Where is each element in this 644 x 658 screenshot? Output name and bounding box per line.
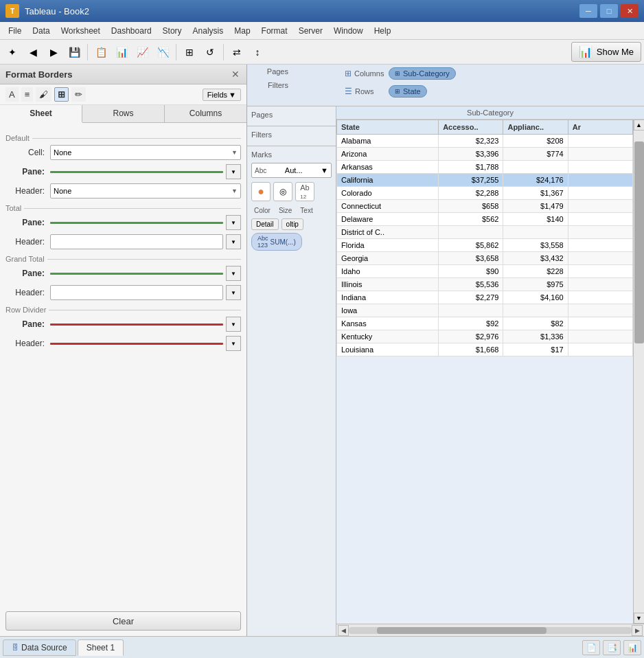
marks-color-btn[interactable]: ● bbox=[251, 182, 271, 201]
columns-pill[interactable]: ⊞ Sub-Category bbox=[389, 67, 456, 80]
table-row: Indiana$2,279$4,160 bbox=[337, 291, 633, 304]
menu-format[interactable]: Format bbox=[256, 25, 293, 37]
marks-color-label: Color bbox=[251, 205, 273, 216]
duplicate-sheet-button[interactable]: 📑 bbox=[603, 640, 621, 655]
toolbar-swap[interactable]: ⇄ bbox=[227, 43, 246, 62]
scroll-thumb[interactable] bbox=[634, 141, 644, 343]
scroll-right-arrow[interactable]: ▶ bbox=[632, 625, 643, 636]
maximize-button[interactable]: □ bbox=[600, 4, 618, 18]
show-me-button[interactable]: 📊 Show Me bbox=[571, 42, 641, 62]
total-section-label: Total bbox=[5, 204, 241, 212]
toolbar-back[interactable]: ◀ bbox=[23, 43, 43, 62]
clear-button[interactable]: Clear bbox=[5, 611, 241, 631]
menu-analysis[interactable]: Analysis bbox=[187, 25, 229, 37]
fields-dropdown[interactable]: Fields ▼ bbox=[203, 89, 241, 101]
table-row: Delaware$562$140 bbox=[337, 213, 633, 226]
cell-appliances bbox=[503, 161, 568, 174]
horizontal-scrollbar[interactable] bbox=[349, 627, 632, 634]
toolbar-save[interactable]: 💾 bbox=[65, 43, 84, 62]
toolbar-connect[interactable]: ⊞ bbox=[180, 43, 199, 62]
cell-accessories: $90 bbox=[439, 265, 503, 278]
cell-appliances: $4,160 bbox=[503, 291, 568, 304]
main-content: Format Borders ✕ A ≡ 🖌 ⊞ ✏ Fields ▼ Shee… bbox=[0, 65, 644, 636]
format-tab-columns[interactable]: Columns bbox=[165, 105, 246, 122]
pill-state-icon: ⊞ bbox=[395, 88, 400, 95]
toolbar-sort[interactable]: ↕ bbox=[248, 43, 267, 62]
menu-window[interactable]: Window bbox=[328, 25, 369, 37]
total-pane-picker[interactable]: ▼ bbox=[226, 215, 241, 230]
format-tab-sheet[interactable]: Sheet bbox=[0, 105, 82, 123]
row-divider-header-control: ▼ bbox=[50, 336, 241, 351]
status-icons: 📄 📑 📊 bbox=[582, 640, 641, 655]
scroll-left-arrow[interactable]: ◀ bbox=[338, 625, 349, 636]
datasource-icon: 🗄 bbox=[12, 644, 19, 651]
toolbar-sep-3 bbox=[223, 44, 224, 60]
status-tab-sheet1[interactable]: Sheet 1 bbox=[78, 639, 124, 656]
scroll-down-arrow[interactable]: ▼ bbox=[634, 613, 645, 624]
toolbar-chart3[interactable]: 📉 bbox=[153, 43, 172, 62]
default-header-row: Header: None ▼ bbox=[5, 183, 241, 198]
format-tab-rows[interactable]: Rows bbox=[82, 105, 165, 122]
scroll-up-arrow[interactable]: ▲ bbox=[634, 120, 645, 131]
total-header-control: ▼ bbox=[50, 234, 241, 249]
default-header-dropdown[interactable]: None ▼ bbox=[50, 183, 241, 198]
table-wrapper: State Accesso.. Applianc.. Ar Alabama$2,… bbox=[336, 120, 644, 624]
grand-total-section-label: Grand Total bbox=[5, 255, 241, 263]
col-header-app: Applianc.. bbox=[503, 120, 568, 135]
default-cell-dropdown[interactable]: None ▼ bbox=[50, 145, 241, 160]
cell-ar bbox=[568, 239, 632, 252]
menu-story[interactable]: Story bbox=[157, 25, 187, 37]
toolbar-chart2[interactable]: 📈 bbox=[133, 43, 152, 62]
cell-appliances bbox=[503, 226, 568, 239]
table-scroll[interactable]: State Accesso.. Applianc.. Ar Alabama$2,… bbox=[336, 120, 633, 624]
format-shading-btn[interactable]: 🖌 bbox=[36, 87, 51, 102]
menu-worksheet[interactable]: Worksheet bbox=[56, 25, 106, 37]
menu-server[interactable]: Server bbox=[293, 25, 328, 37]
format-panel-close-button[interactable]: ✕ bbox=[230, 69, 241, 80]
format-align-btn[interactable]: ≡ bbox=[21, 87, 34, 102]
marks-text-btn[interactable]: Ab12 bbox=[295, 182, 314, 201]
marks-icons-row: ● ◎ Ab12 bbox=[251, 182, 332, 201]
default-pane-control: ▼ bbox=[50, 164, 241, 179]
marks-size-btn[interactable]: ◎ bbox=[273, 182, 292, 201]
format-font-btn[interactable]: A bbox=[5, 87, 19, 102]
toolbar: ✦ ◀ ▶ 💾 📋 📊 📈 📉 ⊞ ↺ ⇄ ↕ 📊 Show Me bbox=[0, 40, 644, 65]
format-lines-btn[interactable]: ✏ bbox=[71, 87, 86, 102]
marks-sum-pill[interactable]: Abc123 SUM(...) bbox=[251, 233, 302, 251]
row-divider-header-picker[interactable]: ▼ bbox=[226, 336, 241, 351]
new-sheet-button[interactable]: 📄 bbox=[582, 640, 600, 655]
menu-help[interactable]: Help bbox=[369, 25, 397, 37]
cell-appliances: $3,432 bbox=[503, 252, 568, 265]
total-header-picker[interactable]: ▼ bbox=[226, 234, 241, 249]
h-scroll-thumb[interactable] bbox=[377, 627, 547, 634]
toolbar-new[interactable]: ✦ bbox=[3, 43, 22, 62]
cell-ar bbox=[568, 135, 632, 148]
cell-appliances: $82 bbox=[503, 317, 568, 330]
new-dashboard-button[interactable]: 📊 bbox=[623, 640, 641, 655]
format-border-btn[interactable]: ⊞ bbox=[54, 87, 69, 102]
toolbar-copy[interactable]: 📋 bbox=[91, 43, 111, 62]
vertical-scrollbar[interactable]: ▲ ▼ bbox=[633, 120, 644, 624]
format-panel-header: Format Borders ✕ bbox=[0, 65, 246, 84]
marks-detail-button[interactable]: Detail bbox=[251, 218, 279, 230]
status-tab-datasource[interactable]: 🗄 Data Source bbox=[3, 639, 76, 656]
toolbar-refresh[interactable]: ↺ bbox=[200, 43, 220, 62]
menu-file[interactable]: File bbox=[3, 25, 27, 37]
close-button[interactable]: ✕ bbox=[621, 4, 639, 18]
cell-ar bbox=[568, 148, 632, 161]
fields-label: Fields bbox=[207, 91, 227, 99]
marks-tooltip-button[interactable]: oltip bbox=[281, 218, 303, 230]
menu-dashboard[interactable]: Dashboard bbox=[106, 25, 157, 37]
toolbar-chart1[interactable]: 📊 bbox=[112, 43, 131, 62]
grand-total-header-picker[interactable]: ▼ bbox=[226, 285, 241, 300]
default-pane-picker[interactable]: ▼ bbox=[226, 164, 241, 179]
row-divider-pane-picker[interactable]: ▼ bbox=[226, 317, 241, 332]
menu-data[interactable]: Data bbox=[27, 25, 55, 37]
toolbar-forward[interactable]: ▶ bbox=[44, 43, 63, 62]
grand-total-pane-picker[interactable]: ▼ bbox=[226, 266, 241, 281]
cell-appliances: $140 bbox=[503, 213, 568, 226]
marks-type-dropdown[interactable]: Abc Aut... ▼ bbox=[251, 163, 332, 178]
menu-map[interactable]: Map bbox=[229, 25, 255, 37]
rows-pill[interactable]: ⊞ State bbox=[389, 85, 427, 98]
minimize-button[interactable]: ─ bbox=[579, 4, 597, 18]
